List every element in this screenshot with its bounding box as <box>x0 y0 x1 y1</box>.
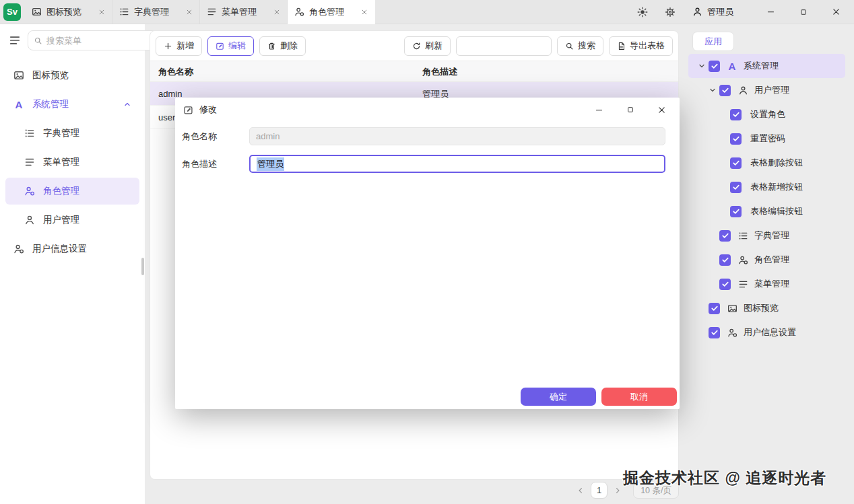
checkbox-checked[interactable] <box>730 157 742 169</box>
tree-item-menu-management[interactable]: 菜单管理 <box>688 272 845 296</box>
next-page-button[interactable] <box>614 487 622 495</box>
tree-item-table-delete-button[interactable]: 表格删除按钮 <box>688 151 845 175</box>
tab-close-icon[interactable] <box>273 9 280 15</box>
dict-icon <box>24 128 35 139</box>
edit-icon <box>183 105 193 115</box>
user-menu[interactable]: 管理员 <box>692 6 733 18</box>
minimize-button[interactable] <box>766 7 775 16</box>
right-panel: 应用 A 系统管理 用户管理 设置角色 重置密码 <box>687 24 854 504</box>
sidebar-item-dict-management[interactable]: 字典管理 <box>5 120 139 147</box>
tab-role-management[interactable]: 角色管理 <box>288 0 375 24</box>
checkbox-checked[interactable] <box>730 133 742 145</box>
sidebar-item-user-info-settings[interactable]: 用户信息设置 <box>5 236 139 262</box>
window-controls <box>766 7 841 16</box>
tree-item-table-add-button[interactable]: 表格新增按钮 <box>688 175 845 199</box>
checkbox-checked[interactable] <box>730 109 742 120</box>
tab-close-icon[interactable] <box>186 9 193 15</box>
checkbox-checked[interactable] <box>709 327 720 338</box>
sidebar-item-icon-preview[interactable]: 图标预览 <box>5 62 139 89</box>
sidebar-item-user-management[interactable]: 用户管理 <box>5 207 139 233</box>
current-page[interactable]: 1 <box>591 482 607 499</box>
tab-icon-preview[interactable]: 图标预览 <box>25 0 112 24</box>
checkbox-checked[interactable] <box>719 279 731 290</box>
chevron-down-icon[interactable] <box>695 62 709 70</box>
tree-item-label: 用户信息设置 <box>744 326 796 338</box>
tree-item-label: 表格编辑按钮 <box>750 205 803 217</box>
image-icon <box>727 303 737 314</box>
role-desc-label: 角色描述 <box>182 158 249 170</box>
sidebar-item-menu-management[interactable]: 菜单管理 <box>5 149 139 176</box>
refresh-button[interactable]: 刷新 <box>404 36 451 56</box>
edit-button[interactable]: 编辑 <box>207 36 254 56</box>
checkbox-checked[interactable] <box>709 61 720 72</box>
maximize-button[interactable] <box>799 8 808 16</box>
check-icon <box>732 207 740 215</box>
add-button[interactable]: 新增 <box>156 36 202 56</box>
tree-item-set-role[interactable]: 设置角色 <box>688 102 845 127</box>
checkbox-checked[interactable] <box>709 303 720 314</box>
menu-search-input[interactable] <box>46 36 165 46</box>
sidebar-scrollbar[interactable] <box>141 258 144 275</box>
theme-sun-icon[interactable] <box>637 7 648 17</box>
menu-icon <box>738 279 748 289</box>
search-button[interactable]: 搜索 <box>557 36 603 56</box>
role-icon <box>294 7 304 17</box>
table-search-input[interactable] <box>456 36 552 56</box>
chevron-up-icon <box>123 100 131 108</box>
cancel-button[interactable]: 取消 <box>601 388 677 406</box>
export-button[interactable]: 导出表格 <box>609 36 673 56</box>
hamburger-menu-icon[interactable] <box>9 34 21 46</box>
sidebar-item-label: 角色管理 <box>43 185 79 197</box>
checkbox-checked[interactable] <box>719 230 731 242</box>
dialog-titlebar[interactable]: 修改 <box>175 98 680 122</box>
tab-label: 字典管理 <box>134 6 169 18</box>
user-gear-icon <box>13 244 24 254</box>
role-name-input[interactable]: admin <box>249 127 665 145</box>
column-role-desc[interactable]: 角色描述 <box>414 61 678 81</box>
tree-item-system-management[interactable]: A 系统管理 <box>688 54 845 78</box>
column-role-name[interactable]: 角色名称 <box>150 61 414 81</box>
dialog-minimize-button[interactable] <box>595 106 603 114</box>
tab-dict-management[interactable]: 字典管理 <box>112 0 200 24</box>
dialog-close-button[interactable] <box>657 106 666 114</box>
check-icon <box>721 231 729 240</box>
sidebar-item-system-management[interactable]: A 系统管理 <box>5 91 139 118</box>
sidebar-item-label: 系统管理 <box>32 98 69 110</box>
tree-item-label: 系统管理 <box>744 60 779 72</box>
ok-button[interactable]: 确定 <box>521 388 596 406</box>
dialog-maximize-button[interactable] <box>626 106 634 114</box>
tree-item-user-info-settings[interactable]: 用户信息设置 <box>688 320 845 345</box>
search-icon <box>565 42 574 50</box>
checkbox-checked[interactable] <box>730 206 742 217</box>
tab-close-icon[interactable] <box>98 9 105 15</box>
check-icon <box>732 135 740 143</box>
sidebar-header <box>0 24 145 55</box>
close-button[interactable] <box>832 7 841 16</box>
menu-icon <box>207 7 217 17</box>
tree-item-user-management[interactable]: 用户管理 <box>688 78 845 102</box>
tab-close-icon[interactable] <box>361 9 368 15</box>
tree-item-dict-management[interactable]: 字典管理 <box>688 223 845 248</box>
tree-item-icon-preview[interactable]: 图标预览 <box>688 296 845 320</box>
delete-button[interactable]: 删除 <box>259 36 306 56</box>
tab-menu-management[interactable]: 菜单管理 <box>200 0 288 24</box>
app-tab-button[interactable]: 应用 <box>692 32 734 51</box>
export-icon <box>617 42 626 50</box>
settings-gear-icon[interactable] <box>665 7 676 17</box>
checkbox-checked[interactable] <box>730 182 742 193</box>
checkbox-checked[interactable] <box>719 85 731 96</box>
sidebar-item-label: 菜单管理 <box>43 156 79 168</box>
chevron-down-icon[interactable] <box>706 86 719 94</box>
tree-item-label: 菜单管理 <box>754 278 789 290</box>
sidebar-item-role-management[interactable]: 角色管理 <box>5 178 139 205</box>
prev-page-button[interactable] <box>577 487 585 495</box>
dict-icon <box>738 231 748 241</box>
role-desc-input[interactable]: 管理员 <box>249 155 665 173</box>
check-icon <box>721 86 729 94</box>
tree-item-role-management[interactable]: 角色管理 <box>688 248 845 272</box>
check-icon <box>732 110 740 118</box>
checkbox-checked[interactable] <box>719 254 731 266</box>
tree-item-table-edit-button[interactable]: 表格编辑按钮 <box>688 199 845 223</box>
tree-item-reset-password[interactable]: 重置密码 <box>688 127 845 151</box>
tree-item-label: 角色管理 <box>754 254 789 266</box>
